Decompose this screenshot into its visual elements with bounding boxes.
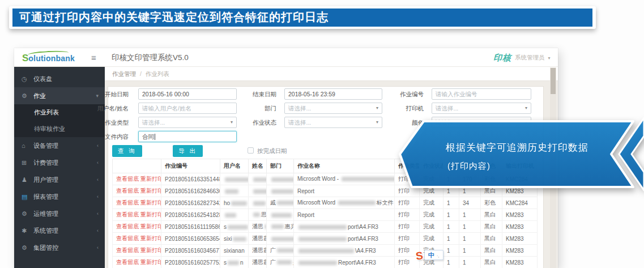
sidebar-subitem[interactable]: 作业列表 xyxy=(14,104,105,121)
start-date-input[interactable] xyxy=(138,88,237,100)
breadcrumb-section[interactable]: 作业管理 xyxy=(112,70,136,77)
app-title: 印核文印管理系统V5.0 xyxy=(112,48,189,67)
redacted-text xyxy=(271,237,294,241)
printer-label: 打印机 xyxy=(389,103,424,114)
sidebar-subitem[interactable]: 待审核作业 xyxy=(14,121,105,137)
table-cell: 1 xyxy=(459,233,481,245)
action-view-retained[interactable]: 查看留底 xyxy=(116,211,139,218)
system-gear-icon: ✱ xyxy=(22,222,33,239)
sidebar-item[interactable]: ⚙运维管理‹ xyxy=(14,205,105,222)
callout-banner-shape xyxy=(400,121,633,187)
printer-select[interactable]: 请选择...▾ xyxy=(432,103,531,114)
ime-widget[interactable]: S中·, xyxy=(416,250,443,262)
query-button[interactable]: 查 询 xyxy=(112,145,142,157)
table-cell: 1 xyxy=(443,245,459,257)
sogou-logo-icon[interactable]: S xyxy=(415,249,424,263)
sidebar-item[interactable]: ⊞计费管理‹ xyxy=(14,154,105,171)
chevron-left-icon: ‹ xyxy=(97,239,99,256)
redacted-text xyxy=(277,260,292,265)
sidebar-item[interactable]: ♟用户管理‹ xyxy=(14,171,105,188)
chevron-down-icon: ▾ xyxy=(376,117,378,127)
table-cell: 打印 xyxy=(395,197,420,209)
job-type-label: 作业类型 xyxy=(93,117,129,128)
action-view-retained[interactable]: 查看留底 xyxy=(116,199,139,206)
billing-icon: ⊞ xyxy=(22,154,33,171)
table-cell: 1 xyxy=(443,233,459,245)
text-cursor xyxy=(155,134,155,140)
callout-arrow: 根据关键字可追溯历史打印数据 (打印内容) xyxy=(394,113,644,197)
action-reprint[interactable]: 重新打印 xyxy=(140,259,161,265)
chevron-down-icon: ▾ xyxy=(525,103,527,113)
menu-toggle-icon[interactable]: ≡ xyxy=(91,48,96,67)
jobs-gear-icon: ⚙ xyxy=(22,87,33,104)
table-cell: 黑白 xyxy=(481,257,502,268)
sidebar-item[interactable]: ⚙作业▾ xyxy=(14,87,105,104)
user-dropdown[interactable]: 系统管理员 ▾ xyxy=(515,48,550,67)
content-input[interactable]: 合同 xyxy=(138,131,237,142)
dept-select[interactable]: 请选择...▾ xyxy=(284,103,382,114)
action-reprint[interactable]: 重新打印 xyxy=(140,223,161,229)
callout-line1: 根据关键字可追溯历史打印数据 xyxy=(445,142,588,153)
action-view-retained[interactable]: 查看留底 xyxy=(116,235,139,241)
job-no-input[interactable] xyxy=(432,88,531,100)
table-cell: 1 xyxy=(459,245,481,257)
table-cell: KM283 xyxy=(502,233,538,245)
redacted-text xyxy=(265,224,267,229)
end-date-input[interactable] xyxy=(284,88,382,100)
table-cell: ho xyxy=(220,197,249,209)
action-reprint[interactable]: 重新打印 xyxy=(140,176,161,182)
action-reprint[interactable]: 重新打印 xyxy=(140,199,161,206)
redacted-text xyxy=(271,189,294,194)
table-cell: 完成 xyxy=(420,209,443,221)
action-view-retained[interactable]: 查看留底 xyxy=(116,188,139,194)
sidebar-item[interactable]: ✱系统管理‹ xyxy=(14,222,105,239)
chevron-down-icon: ▾ xyxy=(231,117,233,127)
table-cell: 黑白 xyxy=(481,209,502,221)
group-gear-icon: ⚙ xyxy=(22,239,33,256)
column-header: 作业名称 xyxy=(294,159,395,173)
sidebar-item-label: 用户管理 xyxy=(33,176,58,183)
job-id-cell: P20180516160345677 xyxy=(161,245,220,257)
table-cell xyxy=(249,197,267,209)
table-cell: Report xyxy=(294,185,395,197)
action-view-retained[interactable]: 查看留底 xyxy=(116,176,139,182)
action-reprint[interactable]: 重新打印 xyxy=(140,247,161,253)
chevron-left-icon: ‹ xyxy=(97,171,99,188)
solutionbank-logo[interactable]: Solutionbank xyxy=(22,53,75,64)
actions-cell: 查看留底重新打印查看审批 xyxy=(113,257,161,268)
table-cell: port\A4.FR3 xyxy=(294,233,395,245)
actions-cell: 查看留底重新打印查看审批 xyxy=(113,197,161,209)
dept-label: 部门 xyxy=(241,103,276,114)
redacted-text xyxy=(253,177,267,182)
report-chart-icon: ▤ xyxy=(22,188,33,205)
action-reprint[interactable]: 重新打印 xyxy=(140,211,161,218)
redacted-text xyxy=(233,237,246,241)
action-view-retained[interactable]: 查看留底 xyxy=(116,247,139,253)
action-reprint[interactable]: 重新打印 xyxy=(140,235,161,241)
job-type-select[interactable]: 请选择...▾ xyxy=(138,117,237,128)
action-view-retained[interactable]: 查看留底 xyxy=(116,259,139,265)
sidebar-item[interactable]: ⌂设备管理‹ xyxy=(14,137,105,154)
job-no-label: 作业编号 xyxy=(389,88,424,100)
job-status-select[interactable]: 请选择...▾ xyxy=(284,117,382,128)
by-completion-date-checkbox[interactable] xyxy=(248,147,254,154)
redacted-text xyxy=(298,249,354,253)
page: 可通过打印内容中的关键字迅速定位到符合特征的打印日志 Solutionbank … xyxy=(0,0,644,268)
sidebar-item[interactable]: ▤报表管理‹ xyxy=(14,188,105,205)
scrollbar-thumb[interactable] xyxy=(551,68,556,94)
users-icon: ♟ xyxy=(22,171,33,188)
sidebar: ◷仪表盘⚙作业▾作业列表待审核作业⌂设备管理‹⊞计费管理‹♟用户管理‹▤报表管理… xyxy=(14,67,105,268)
action-reprint[interactable]: 重新打印 xyxy=(140,188,161,194)
ime-lang[interactable]: 中 xyxy=(428,252,434,258)
job-id-cell: P20180516160653654 xyxy=(161,233,220,245)
job-id-cell: P20180516162827342 xyxy=(161,197,220,209)
username-input[interactable] xyxy=(138,103,237,114)
redacted-text xyxy=(298,261,337,265)
sidebar-item[interactable]: ◷仪表盘 xyxy=(14,70,105,87)
export-button[interactable]: 导 出 xyxy=(173,145,203,157)
sidebar-item[interactable]: ⚙集团管控‹ xyxy=(14,239,105,256)
redacted-text xyxy=(228,225,248,229)
ime-bar[interactable]: 中·, xyxy=(424,250,443,260)
ime-tools-icon[interactable]: ·, xyxy=(437,253,440,258)
action-view-retained[interactable]: 查看留底 xyxy=(116,223,139,229)
